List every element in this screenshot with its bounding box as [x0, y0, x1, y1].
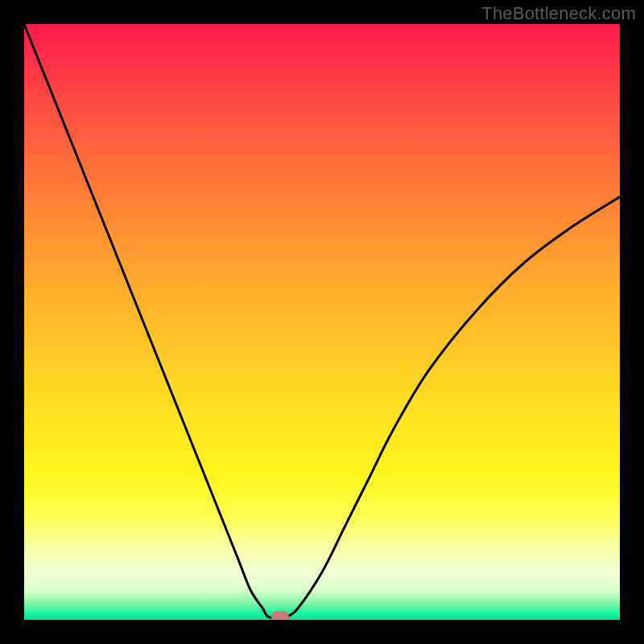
watermark-text: TheBottleneck.com — [481, 3, 636, 24]
bottleneck-marker — [271, 611, 289, 620]
curve-svg — [24, 24, 620, 620]
plot-area — [24, 24, 620, 620]
bottleneck-curve — [24, 24, 620, 617]
chart-container: TheBottleneck.com — [0, 0, 644, 644]
